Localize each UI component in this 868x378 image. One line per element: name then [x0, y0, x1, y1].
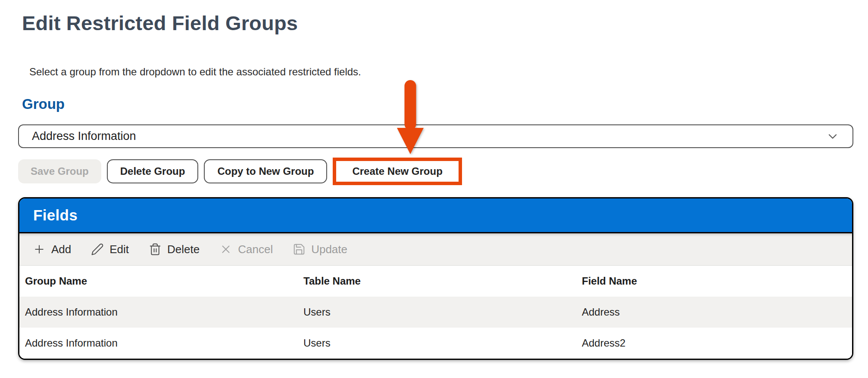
- table-row[interactable]: Address Information Users Address: [19, 297, 852, 328]
- cancel-button[interactable]: Cancel: [219, 243, 273, 256]
- update-button[interactable]: Update: [293, 243, 347, 256]
- save-group-button[interactable]: Save Group: [18, 159, 101, 183]
- page-title: Edit Restricted Field Groups: [22, 11, 298, 35]
- annotation-highlight-box: Create New Group: [333, 158, 462, 185]
- cell-table-name: Users: [298, 297, 576, 328]
- fields-toolbar: Add Edit Delete Cancel Update: [19, 233, 852, 266]
- cell-group-name: Address Information: [19, 297, 298, 328]
- pencil-icon: [91, 243, 104, 256]
- column-header-table-name: Table Name: [298, 266, 576, 297]
- update-button-label: Update: [311, 243, 347, 256]
- add-button-label: Add: [51, 243, 71, 256]
- edit-button[interactable]: Edit: [91, 243, 129, 256]
- delete-group-button[interactable]: Delete Group: [107, 159, 199, 183]
- cell-field-name: Address: [576, 297, 852, 328]
- group-dropdown-label: Group: [22, 96, 65, 112]
- fields-table-header-row: Group Name Table Name Field Name: [19, 266, 852, 297]
- column-header-field-name: Field Name: [576, 266, 852, 297]
- fields-panel-header: Fields: [19, 198, 852, 233]
- create-new-group-button[interactable]: Create New Group: [336, 161, 458, 182]
- copy-to-new-group-button[interactable]: Copy to New Group: [204, 159, 327, 183]
- x-icon: [219, 243, 232, 256]
- chevron-down-icon: [826, 130, 840, 143]
- add-button[interactable]: Add: [33, 243, 71, 256]
- plus-icon: [33, 243, 46, 256]
- cancel-button-label: Cancel: [238, 243, 273, 256]
- save-icon: [293, 243, 306, 256]
- fields-panel-title: Fields: [33, 207, 78, 224]
- fields-table: Group Name Table Name Field Name Address…: [19, 266, 852, 359]
- delete-button[interactable]: Delete: [149, 243, 200, 256]
- cell-group-name: Address Information: [19, 328, 298, 359]
- cell-field-name: Address2: [576, 328, 852, 359]
- fields-panel: Fields Add Edit Delete Cancel: [18, 197, 853, 360]
- page-subtitle: Select a group from the dropdown to edit…: [29, 66, 361, 78]
- delete-button-label: Delete: [167, 243, 200, 256]
- column-header-group-name: Group Name: [19, 266, 298, 297]
- trash-icon: [149, 243, 162, 256]
- edit-button-label: Edit: [109, 243, 129, 256]
- cell-table-name: Users: [298, 328, 576, 359]
- group-dropdown-value: Address Information: [32, 130, 136, 143]
- group-buttons-row: Save Group Delete Group Copy to New Grou…: [18, 158, 462, 185]
- table-row[interactable]: Address Information Users Address2: [19, 328, 852, 359]
- group-dropdown[interactable]: Address Information: [18, 124, 853, 148]
